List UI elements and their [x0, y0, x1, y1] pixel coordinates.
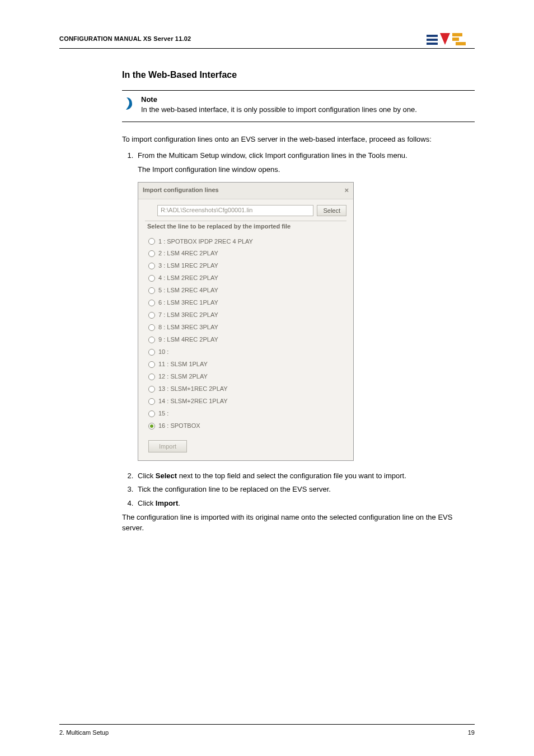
radio-icon[interactable]	[148, 300, 155, 306]
radio-icon[interactable]	[148, 312, 155, 319]
svg-rect-5	[452, 38, 459, 41]
intro-paragraph: To import configuration lines onto an EV…	[122, 134, 475, 145]
steps-list: From the Multicam Setup window, click Im…	[122, 151, 475, 509]
note-body: In the web-based interface, it is only p…	[141, 105, 417, 115]
step-4: Click Import.	[135, 498, 475, 509]
config-line-label: 11 : SLSM 1PLAY	[158, 360, 208, 369]
step-1-sub: The Import configuration line window ope…	[138, 165, 475, 175]
radio-icon[interactable]	[148, 250, 155, 257]
step-text: From the Multicam Setup window, click Im…	[138, 151, 407, 160]
step-1: From the Multicam Setup window, click Im…	[135, 151, 475, 460]
config-line-label: 14 : SLSM+2REC 1PLAY	[158, 397, 228, 406]
config-line-radio[interactable]: 13 : SLSM+1REC 2PLAY	[148, 383, 346, 395]
svg-rect-2	[427, 43, 438, 45]
config-line-label: 16 : SPOTBOX	[158, 422, 200, 431]
note-box: Note In the web-based interface, it is o…	[122, 90, 475, 122]
config-line-label: 12 : SLSM 2PLAY	[158, 372, 208, 381]
file-path-input[interactable]: R:\ADL\Screenshots\Cfg00001.lin	[157, 205, 313, 216]
config-line-label: 7 : LSM 3REC 2PLAY	[158, 311, 218, 320]
config-line-radio[interactable]: 4 : LSM 2REC 2PLAY	[148, 272, 346, 284]
radio-icon[interactable]	[148, 349, 155, 356]
config-line-label: 15 :	[158, 409, 168, 418]
radio-icon[interactable]	[148, 386, 155, 393]
radio-icon[interactable]	[148, 275, 155, 282]
import-keyword: Import	[156, 499, 178, 507]
svg-rect-6	[456, 42, 466, 45]
radio-icon[interactable]	[148, 337, 155, 343]
step-text: .	[178, 499, 180, 507]
radio-icon[interactable]	[148, 423, 155, 430]
step-3: Tick the configuration line to be replac…	[135, 484, 475, 495]
config-line-radio[interactable]: 7 : LSM 3REC 2PLAY	[148, 309, 346, 321]
step-text: Click	[138, 472, 156, 480]
radio-icon[interactable]	[148, 398, 155, 405]
fieldset-legend: Select the line to be replaced by the im…	[145, 222, 346, 231]
select-keyword: Select	[156, 472, 177, 480]
dialog-titlebar: Import configuration lines ×	[138, 183, 353, 199]
manual-title: CONFIGURATION MANUAL XS Server 11.02	[59, 35, 191, 42]
note-title: Note	[141, 95, 417, 104]
config-line-radio[interactable]: 9 : LSM 4REC 2PLAY	[148, 334, 346, 346]
step-text: Tick the configuration line to be replac…	[138, 485, 331, 493]
config-line-label: 4 : LSM 2REC 2PLAY	[158, 274, 218, 283]
radio-icon[interactable]	[148, 238, 155, 245]
svg-rect-7	[466, 38, 475, 41]
config-line-radio[interactable]: 15 :	[148, 408, 346, 420]
outro-paragraph: The configuration line is imported with …	[122, 512, 475, 534]
config-line-label: 1 : SPOTBOX IPDP 2REC 4 PLAY	[158, 237, 253, 246]
radio-icon[interactable]	[148, 287, 155, 294]
config-line-radio[interactable]: 11 : SLSM 1PLAY	[148, 358, 346, 371]
config-line-radio[interactable]: 6 : LSM 3REC 1PLAY	[148, 297, 346, 309]
select-button[interactable]: Select	[317, 205, 346, 216]
config-line-radio[interactable]: 16 : SPOTBOX	[148, 420, 346, 432]
svg-rect-0	[427, 35, 438, 37]
config-line-label: 3 : LSM 1REC 2PLAY	[158, 262, 218, 270]
page-footer: 2. Multicam Setup 19	[59, 724, 475, 736]
close-icon[interactable]: ×	[344, 185, 349, 196]
import-dialog: Import configuration lines × R:\ADL\Scre…	[138, 182, 354, 461]
config-line-radio[interactable]: 3 : LSM 1REC 2PLAY	[148, 260, 346, 272]
config-line-label: 2 : LSM 4REC 2PLAY	[158, 249, 218, 258]
dialog-title-text: Import configuration lines	[143, 186, 219, 195]
svg-rect-1	[427, 39, 438, 41]
step-text: Click	[138, 499, 156, 507]
radio-icon[interactable]	[148, 374, 155, 380]
import-button[interactable]: Import	[148, 440, 187, 452]
step-text: next to the top field and select the con…	[177, 472, 406, 480]
note-icon	[122, 95, 137, 115]
config-line-radio[interactable]: 2 : LSM 4REC 2PLAY	[148, 248, 346, 260]
config-line-radio[interactable]: 8 : LSM 3REC 3PLAY	[148, 321, 346, 334]
radio-icon[interactable]	[148, 361, 155, 368]
radio-icon[interactable]	[148, 324, 155, 331]
config-line-label: 6 : LSM 3REC 1PLAY	[158, 298, 218, 307]
config-line-label: 5 : LSM 2REC 4PLAY	[158, 286, 218, 295]
config-line-radio[interactable]: 5 : LSM 2REC 4PLAY	[148, 284, 346, 297]
radio-icon[interactable]	[148, 410, 155, 417]
step-2: Click Select next to the top field and s…	[135, 471, 475, 482]
config-line-radio[interactable]: 10 :	[148, 346, 346, 358]
radio-icon[interactable]	[148, 263, 155, 269]
config-line-label: 10 :	[158, 348, 168, 357]
footer-left: 2. Multicam Setup	[59, 729, 109, 736]
config-line-label: 8 : LSM 3REC 3PLAY	[158, 323, 218, 332]
evs-logo	[427, 31, 475, 46]
config-line-radio[interactable]: 1 : SPOTBOX IPDP 2REC 4 PLAY	[148, 236, 346, 248]
page-header: CONFIGURATION MANUAL XS Server 11.02	[59, 31, 475, 49]
svg-marker-3	[440, 33, 450, 45]
config-line-label: 13 : SLSM+1REC 2PLAY	[158, 385, 228, 394]
config-line-radio[interactable]: 12 : SLSM 2PLAY	[148, 371, 346, 383]
section-heading: In the Web-Based Interface	[122, 70, 475, 80]
svg-rect-4	[452, 33, 462, 36]
config-line-radio[interactable]: 14 : SLSM+2REC 1PLAY	[148, 395, 346, 408]
footer-page-number: 19	[468, 729, 475, 736]
config-line-label: 9 : LSM 4REC 2PLAY	[158, 335, 218, 344]
